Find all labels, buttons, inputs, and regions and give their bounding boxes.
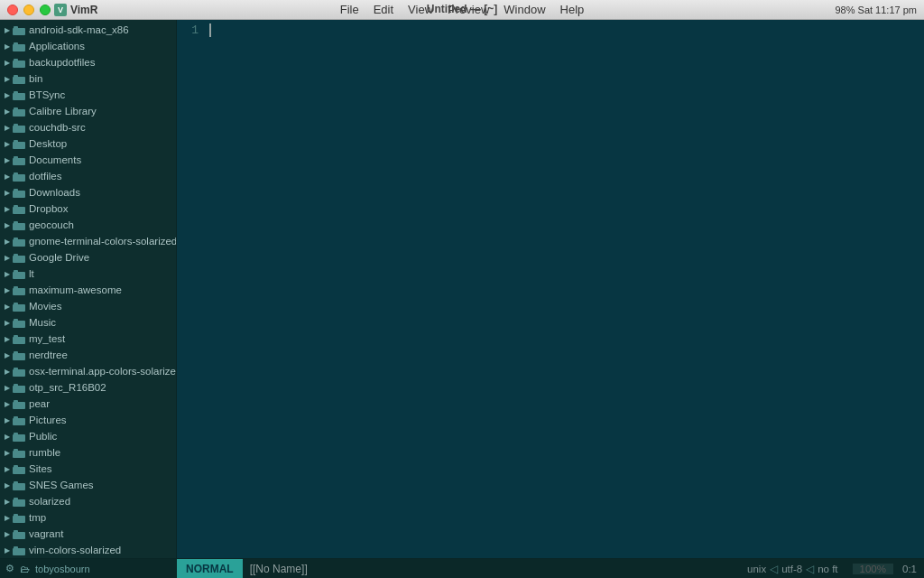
list-item[interactable]: ▶nerdtree — [0, 347, 176, 363]
list-item[interactable]: ▶android-sdk-mac_x86 — [0, 22, 176, 38]
file-label: Pictures — [29, 415, 67, 425]
svg-rect-57 — [13, 483, 25, 490]
folder-icon — [13, 139, 25, 149]
folder-icon — [13, 253, 25, 263]
expand-arrow: ▶ — [4, 75, 11, 82]
system-status: 98% Sat 11:17 pm — [835, 5, 917, 15]
folder-icon — [13, 529, 25, 539]
list-item[interactable]: ▶pear — [0, 396, 176, 412]
menubar: File Edit View Preview Window Help — [340, 3, 585, 16]
folder-icon — [13, 285, 25, 295]
menu-help[interactable]: Help — [560, 3, 585, 16]
menu-preview[interactable]: Preview — [448, 3, 489, 16]
list-item[interactable]: ▶tmp — [0, 509, 176, 526]
folder-icon — [13, 74, 25, 84]
folder-icon — [13, 367, 25, 377]
statusbar: NORMAL [[No Name]] unix ◁ utf-8 ◁ no ft … — [177, 558, 924, 578]
list-item[interactable]: ▶rumble — [0, 444, 176, 461]
list-item[interactable]: ▶bin — [0, 70, 176, 87]
svg-rect-41 — [13, 353, 25, 360]
minimize-button[interactable] — [23, 5, 34, 15]
svg-rect-49 — [13, 418, 25, 425]
expand-arrow: ▶ — [4, 449, 11, 456]
filetype: no ft — [818, 564, 837, 574]
list-item[interactable]: ▶Applications — [0, 38, 176, 54]
list-item[interactable]: ▶gnome-terminal-colors-solarized — [0, 233, 176, 249]
list-item[interactable]: ▶Sites — [0, 461, 176, 477]
folder-icon — [13, 42, 25, 51]
folder-icon — [13, 497, 25, 507]
settings-icon[interactable]: ⚙ — [5, 563, 14, 574]
list-item[interactable]: ▶Dropbox — [0, 200, 176, 217]
menu-edit[interactable]: Edit — [374, 3, 393, 16]
list-item[interactable]: ▶Documents — [0, 152, 176, 168]
expand-arrow: ▶ — [4, 59, 11, 66]
file-label: Applications — [29, 41, 85, 51]
list-item[interactable]: ▶couchdb-src — [0, 119, 176, 135]
file-label: my_test — [29, 333, 65, 344]
file-format: unix — [747, 564, 766, 574]
mode-indicator: NORMAL — [177, 559, 243, 578]
folder-icon — [13, 480, 25, 490]
svg-rect-63 — [13, 532, 25, 539]
status-right: unix ◁ utf-8 ◁ no ft 100% 0:1 — [747, 563, 924, 575]
svg-rect-27 — [13, 239, 25, 247]
folder-icon-small: 🗁 — [20, 564, 30, 574]
list-item[interactable]: ▶BTSync — [0, 87, 176, 103]
svg-rect-45 — [13, 386, 25, 393]
expand-arrow: ▶ — [4, 319, 11, 326]
file-list[interactable]: ▶android-sdk-mac_x86▶Applications▶backup… — [0, 20, 176, 558]
file-label: android-sdk-mac_x86 — [29, 24, 129, 35]
list-item[interactable]: ▶my_test — [0, 331, 176, 347]
expand-arrow: ▶ — [4, 156, 11, 163]
list-item[interactable]: ▶Public — [0, 428, 176, 444]
list-item[interactable]: ▶Google Drive — [0, 249, 176, 266]
encoding: utf-8 — [781, 564, 802, 574]
editor-area[interactable]: 1 NORMAL [[No Name]] unix ◁ utf-8 ◁ no f… — [177, 20, 924, 578]
svg-rect-1 — [13, 28, 25, 35]
maximize-button[interactable] — [40, 5, 51, 15]
expand-arrow: ▶ — [4, 42, 11, 50]
list-item[interactable]: ▶vagrant — [0, 526, 176, 542]
list-item[interactable]: ▶osx-terminal.app-colors-solarized — [0, 363, 176, 379]
expand-arrow: ▶ — [4, 546, 11, 554]
close-button[interactable] — [7, 5, 18, 15]
list-item[interactable]: ▶backupdotfiles — [0, 54, 176, 70]
folder-icon — [13, 188, 25, 198]
file-label: geocouch — [29, 219, 74, 230]
list-item[interactable]: ▶otp_src_R16B02 — [0, 379, 176, 396]
folder-icon — [13, 513, 25, 523]
menu-view[interactable]: View — [408, 3, 433, 16]
svg-rect-5 — [13, 61, 25, 68]
editor-text[interactable] — [204, 23, 924, 555]
list-item[interactable]: ▶lt — [0, 266, 176, 282]
svg-rect-21 — [13, 191, 25, 198]
list-item[interactable]: ▶Movies — [0, 298, 176, 314]
file-label: tmp — [29, 512, 46, 523]
menu-file[interactable]: File — [340, 3, 359, 16]
svg-rect-61 — [13, 516, 25, 523]
expand-arrow: ▶ — [4, 286, 11, 294]
list-item[interactable]: ▶geocouch — [0, 217, 176, 233]
list-item[interactable]: ▶vim-colors-solarized — [0, 542, 176, 558]
expand-arrow: ▶ — [4, 221, 11, 228]
list-item[interactable]: ▶Calibre Library — [0, 103, 176, 119]
list-item[interactable]: ▶SNES Games — [0, 477, 176, 493]
svg-rect-35 — [13, 304, 25, 312]
list-item[interactable]: ▶solarized — [0, 493, 176, 509]
list-item[interactable]: ▶dotfiles — [0, 168, 176, 184]
svg-rect-23 — [13, 207, 25, 214]
svg-rect-9 — [13, 93, 25, 100]
file-label: Sites — [29, 463, 52, 474]
folder-icon — [13, 25, 25, 35]
file-label: Dropbox — [29, 203, 68, 214]
file-label: Desktop — [29, 138, 67, 149]
svg-rect-11 — [13, 109, 25, 117]
filename-status: [[No Name]] — [243, 563, 315, 575]
list-item[interactable]: ▶Music — [0, 314, 176, 331]
list-item[interactable]: ▶Pictures — [0, 412, 176, 428]
list-item[interactable]: ▶Downloads — [0, 184, 176, 200]
menu-window[interactable]: Window — [504, 3, 545, 16]
list-item[interactable]: ▶Desktop — [0, 135, 176, 152]
list-item[interactable]: ▶maximum-awesome — [0, 282, 176, 298]
